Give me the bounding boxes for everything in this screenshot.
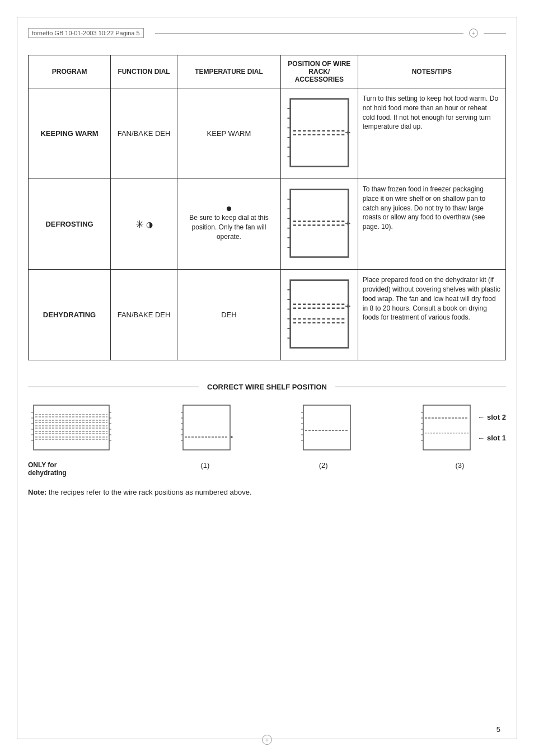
temperature-defrosting: Be sure to keep dial at this position. O…	[177, 179, 280, 270]
slot1-label: ← slot 1	[477, 434, 506, 442]
temperature-dot	[227, 206, 231, 211]
position-dehydrating	[280, 270, 358, 360]
position-keeping-warm	[280, 88, 358, 179]
shelf-diagram-3-container: ← slot 2 ← slot 1	[419, 402, 506, 453]
wire-shelf-title: CORRECT WIRE SHELF POSITION	[199, 383, 335, 391]
col-header-function: FUNCTION DIAL	[111, 55, 177, 88]
header-line	[155, 33, 463, 34]
svg-rect-58	[183, 405, 230, 450]
header-circle	[469, 29, 478, 37]
function-keeping-warm: FAN/BAKE DEH	[111, 88, 177, 179]
program-keeping-warm: KEEPING WARM	[29, 88, 111, 179]
temperature-keeping-warm: KEEP WARM	[177, 88, 280, 179]
rack-diagram-3	[285, 275, 353, 353]
notes-dehydrating: Place prepared food on the dehydrator ki…	[358, 270, 505, 360]
position-defrosting	[280, 179, 358, 270]
defrost-icon: ✳◑	[115, 218, 172, 231]
rack-diagram-1	[285, 94, 353, 171]
table-header-row: PROGRAM FUNCTION DIAL TEMPERATURE DIAL P…	[29, 55, 506, 88]
label-1: (1)	[177, 461, 233, 469]
function-dehydrating: FAN/BAKE DEH	[111, 270, 177, 360]
shelf-svg-2	[299, 402, 355, 453]
bottom-circle-marker	[262, 735, 272, 745]
label-only-dehydrating: ONLY fordehydrating	[28, 461, 115, 477]
shelf-svg-1	[179, 402, 235, 453]
table-row: DEFROSTING ✳◑ Be sure to keep dial at th…	[29, 179, 506, 270]
temperature-dehydrating: DEH	[177, 270, 280, 360]
header-text: fornetto GB 10-01-2003 10:22 Pagina 5	[28, 28, 144, 38]
page-number: 5	[496, 725, 500, 734]
header-right-line	[484, 33, 506, 34]
svg-rect-11	[291, 190, 349, 257]
label-2: (2)	[296, 461, 352, 469]
program-defrosting: DEFROSTING	[29, 179, 111, 270]
shelf-diagram-2	[299, 402, 355, 453]
note-text: Note: the recipes refer to the wire rack…	[28, 488, 506, 496]
col-header-position: POSITION OF WIRE RACK/ ACCESSORIES	[280, 55, 358, 88]
shelf-position-labels: ONLY fordehydrating (1) (2) (3)	[28, 461, 506, 477]
wire-shelf-title-bar: CORRECT WIRE SHELF POSITION	[28, 383, 506, 391]
main-table: PROGRAM FUNCTION DIAL TEMPERATURE DIAL P…	[28, 55, 506, 360]
function-defrosting: ✳◑	[111, 179, 177, 270]
svg-marker-67	[231, 436, 233, 438]
col-header-program: PROGRAM	[29, 55, 111, 88]
notes-defrosting: To thaw frozen food in freezer packaging…	[358, 179, 505, 270]
col-header-notes: NOTES/TIPS	[358, 55, 505, 88]
shelf-diagram-dehydrating	[28, 402, 115, 453]
shelf-svg-dehydrating	[28, 402, 115, 453]
label-3: (3)	[414, 461, 506, 469]
shelf-diagram-1	[179, 402, 235, 453]
notes-keeping-warm: Turn to this setting to keep hot food wa…	[358, 88, 505, 179]
program-dehydrating: DEHYDRATING	[29, 270, 111, 360]
slot-labels: ← slot 2 ← slot 1	[477, 413, 506, 442]
shelf-diagrams-container: ← slot 2 ← slot 1	[28, 402, 506, 453]
shelf-line-left	[28, 387, 199, 387]
svg-rect-22	[291, 280, 349, 348]
shelf-svg-3	[419, 402, 475, 453]
table-row: DEHYDRATING FAN/BAKE DEH DEH	[29, 270, 506, 360]
svg-rect-0	[291, 99, 349, 167]
svg-rect-35	[34, 405, 109, 450]
svg-rect-68	[303, 405, 350, 450]
svg-rect-76	[423, 405, 470, 450]
table-row: KEEPING WARM FAN/BAKE DEH KEEP WARM	[29, 88, 506, 179]
rack-diagram-2	[285, 185, 353, 262]
slot2-label: ← slot 2	[477, 413, 506, 421]
doc-header: fornetto GB 10-01-2003 10:22 Pagina 5	[28, 28, 506, 38]
col-header-temperature: TEMPERATURE DIAL	[177, 55, 280, 88]
wire-shelf-section: CORRECT WIRE SHELF POSITION	[28, 383, 506, 496]
shelf-line-right	[335, 387, 506, 387]
